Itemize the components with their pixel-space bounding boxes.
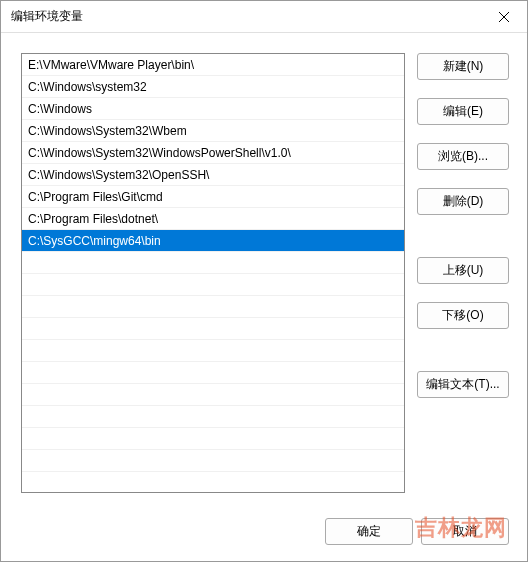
empty-row[interactable] [22,296,404,318]
ok-button[interactable]: 确定 [325,518,413,545]
path-row[interactable]: C:\Windows\System32\WindowsPowerShell\v1… [22,142,404,164]
empty-row[interactable] [22,362,404,384]
empty-row[interactable] [22,340,404,362]
path-row[interactable]: C:\Windows\System32\Wbem [22,120,404,142]
path-row[interactable]: C:\Windows [22,98,404,120]
titlebar: 编辑环境变量 [1,1,527,33]
path-row[interactable]: E:\VMware\VMware Player\bin\ [22,54,404,76]
move-up-button[interactable]: 上移(U) [417,257,509,284]
edit-button[interactable]: 编辑(E) [417,98,509,125]
empty-row[interactable] [22,384,404,406]
delete-button[interactable]: 删除(D) [417,188,509,215]
cancel-button[interactable]: 取消 [421,518,509,545]
close-button[interactable] [481,1,527,33]
path-row[interactable]: C:\Program Files\Git\cmd [22,186,404,208]
empty-row[interactable] [22,406,404,428]
empty-row[interactable] [22,252,404,274]
env-var-dialog: 编辑环境变量 E:\VMware\VMware Player\bin\C:\Wi… [0,0,528,562]
path-row[interactable]: C:\Windows\system32 [22,76,404,98]
footer: 确定 取消 吉林龙网 [1,510,527,561]
button-column: 新建(N) 编辑(E) 浏览(B)... 删除(D) 上移(U) 下移(O) 编… [417,53,509,500]
close-icon [499,12,509,22]
path-row[interactable]: C:\Windows\System32\OpenSSH\ [22,164,404,186]
empty-row[interactable] [22,318,404,340]
empty-row[interactable] [22,472,404,493]
empty-row[interactable] [22,274,404,296]
move-down-button[interactable]: 下移(O) [417,302,509,329]
path-row[interactable]: C:\Program Files\dotnet\ [22,208,404,230]
content-area: E:\VMware\VMware Player\bin\C:\Windows\s… [1,33,527,510]
path-row[interactable]: C:\SysGCC\mingw64\bin [22,230,404,252]
path-listbox[interactable]: E:\VMware\VMware Player\bin\C:\Windows\s… [21,53,405,493]
edit-text-button[interactable]: 编辑文本(T)... [417,371,509,398]
empty-row[interactable] [22,428,404,450]
browse-button[interactable]: 浏览(B)... [417,143,509,170]
new-button[interactable]: 新建(N) [417,53,509,80]
dialog-title: 编辑环境变量 [11,8,83,25]
empty-row[interactable] [22,450,404,472]
